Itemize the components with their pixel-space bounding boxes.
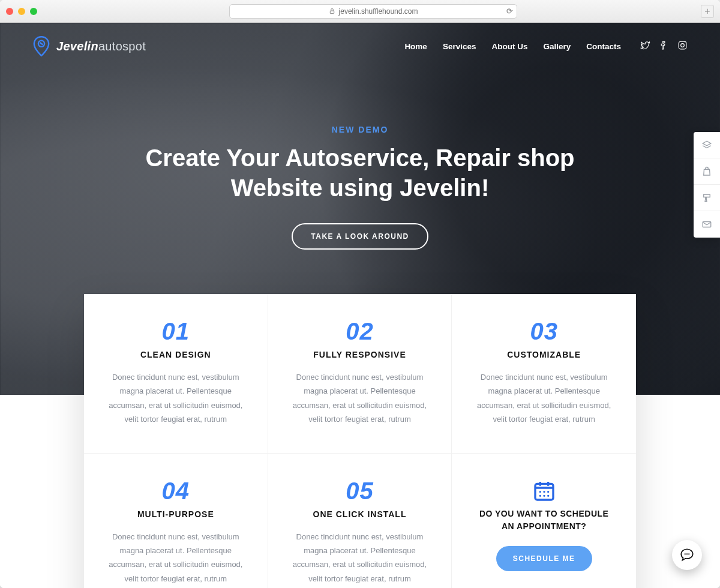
facebook-icon[interactable] — [659, 40, 669, 53]
hero-kicker: NEW DEMO — [332, 125, 389, 134]
feature-number: 04 — [101, 478, 251, 505]
layers-icon[interactable] — [694, 132, 720, 158]
svg-point-11 — [547, 494, 549, 496]
schedule-heading: DO YOU WANT TO SCHEDULE AN APPOINTMENT? — [478, 508, 610, 533]
lock-icon — [329, 8, 335, 14]
new-tab-button[interactable]: + — [701, 5, 714, 18]
instagram-icon[interactable] — [677, 40, 688, 53]
browser-chrome: jevelin.shufflehound.com ⟳ + — [0, 0, 720, 23]
main-nav: Home Services About Us Gallery Contacts — [404, 40, 688, 53]
feature-title: MULTI-PURPOSE — [101, 509, 251, 519]
maximize-window-button[interactable] — [30, 8, 37, 15]
feature-number: 03 — [469, 318, 619, 345]
feature-body: Donec tincidunt nunc est, vestibulum mag… — [104, 530, 248, 586]
feature-body: Donec tincidunt nunc est, vestibulum mag… — [104, 370, 248, 427]
nav-link-gallery[interactable]: Gallery — [543, 42, 571, 51]
svg-point-10 — [543, 494, 545, 496]
side-toolbar — [694, 132, 720, 238]
svg-rect-0 — [330, 11, 334, 14]
feature-title: CUSTOMIZABLE — [469, 350, 619, 359]
calendar-icon — [532, 479, 556, 503]
feature-title: CLEAN DESIGN — [101, 350, 251, 359]
svg-point-13 — [685, 553, 686, 554]
paint-brush-icon[interactable] — [694, 185, 720, 211]
svg-point-15 — [688, 553, 689, 554]
nav-link-services[interactable]: Services — [443, 42, 476, 51]
hero-headline: Create Your Autoservice, Repair shop Web… — [132, 143, 588, 203]
site-logo[interactable]: Jevelinautospot — [32, 36, 146, 56]
close-window-button[interactable] — [6, 8, 13, 15]
features-panel: 01 CLEAN DESIGN Donec tincidunt nunc est… — [84, 294, 636, 588]
page-viewport: Jevelinautospot Home Services About Us G… — [0, 23, 720, 588]
chat-bubble-button[interactable] — [672, 540, 702, 570]
feature-title: FULLY RESPONSIVE — [285, 350, 435, 359]
feature-number: 05 — [285, 478, 435, 505]
schedule-button[interactable]: SCHEDULE ME — [496, 546, 592, 571]
logo-text: Jevelinautospot — [56, 40, 146, 53]
schedule-card: DO YOU WANT TO SCHEDULE AN APPOINTMENT? … — [452, 454, 636, 588]
shopping-bag-icon[interactable] — [694, 158, 720, 185]
feature-number: 02 — [285, 318, 435, 345]
feature-body: Donec tincidunt nunc est, vestibulum mag… — [472, 370, 616, 427]
feature-card-05: 05 ONE CLICK INSTALL Donec tincidunt nun… — [268, 454, 452, 588]
svg-point-7 — [543, 491, 545, 493]
window-controls — [6, 8, 37, 15]
logo-mark-icon — [32, 36, 50, 56]
chat-icon — [679, 547, 695, 563]
svg-rect-2 — [679, 41, 686, 49]
minimize-window-button[interactable] — [18, 8, 25, 15]
svg-point-4 — [685, 42, 685, 43]
nav-link-home[interactable]: Home — [404, 42, 427, 51]
svg-point-8 — [547, 491, 549, 493]
mail-icon[interactable] — [694, 211, 720, 238]
nav-link-contacts[interactable]: Contacts — [586, 42, 621, 51]
address-bar-text: jevelin.shufflehound.com — [339, 7, 418, 16]
feature-body: Donec tincidunt nunc est, vestibulum mag… — [287, 530, 431, 586]
nav-link-about[interactable]: About Us — [491, 42, 527, 51]
address-bar[interactable]: jevelin.shufflehound.com ⟳ — [229, 4, 517, 19]
twitter-icon[interactable] — [640, 40, 650, 53]
reload-icon[interactable]: ⟳ — [506, 7, 513, 16]
svg-point-9 — [539, 494, 541, 496]
feature-title: ONE CLICK INSTALL — [285, 509, 435, 519]
svg-point-6 — [539, 491, 541, 493]
feature-card-03: 03 CUSTOMIZABLE Donec tincidunt nunc est… — [452, 294, 636, 454]
feature-number: 01 — [101, 318, 251, 345]
feature-card-04: 04 MULTI-PURPOSE Donec tincidunt nunc es… — [84, 454, 268, 588]
feature-card-02: 02 FULLY RESPONSIVE Donec tincidunt nunc… — [268, 294, 452, 454]
feature-body: Donec tincidunt nunc est, vestibulum mag… — [287, 370, 431, 427]
hero-cta-button[interactable]: TAKE A LOOK AROUND — [292, 223, 428, 250]
top-nav: Jevelinautospot Home Services About Us G… — [0, 23, 720, 70]
svg-point-14 — [686, 553, 688, 554]
svg-point-3 — [681, 43, 685, 47]
feature-card-01: 01 CLEAN DESIGN Donec tincidunt nunc est… — [84, 294, 268, 454]
